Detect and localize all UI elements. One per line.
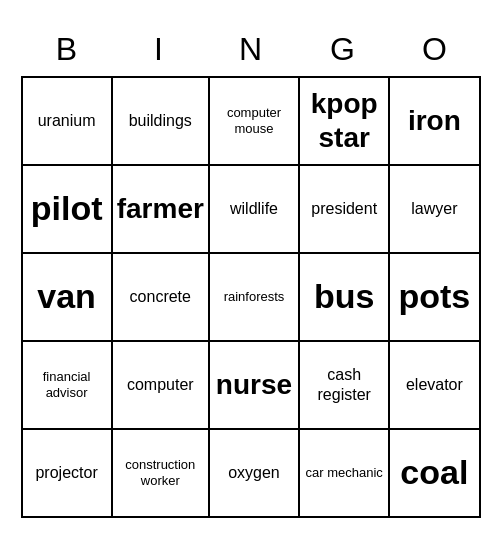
cell-text-10: van	[37, 276, 96, 317]
cell-text-9: lawyer	[411, 199, 457, 218]
bingo-cell-8[interactable]: president	[300, 166, 390, 254]
bingo-cell-2[interactable]: computer mouse	[210, 78, 300, 166]
cell-text-11: concrete	[130, 287, 191, 306]
cell-text-6: farmer	[117, 192, 204, 226]
cell-text-15: financial advisor	[27, 369, 107, 400]
bingo-cell-0[interactable]: uranium	[23, 78, 113, 166]
header-o: O	[389, 27, 481, 72]
bingo-cell-23[interactable]: car mechanic	[300, 430, 390, 518]
bingo-cell-19[interactable]: elevator	[390, 342, 480, 430]
cell-text-17: nurse	[216, 368, 292, 402]
cell-text-4: iron	[408, 104, 461, 138]
bingo-cell-16[interactable]: computer	[113, 342, 210, 430]
cell-text-8: president	[311, 199, 377, 218]
cell-text-13: bus	[314, 276, 374, 317]
bingo-cell-11[interactable]: concrete	[113, 254, 210, 342]
cell-text-21: construction worker	[117, 457, 204, 488]
bingo-header: B I N G O	[21, 27, 481, 72]
cell-text-1: buildings	[129, 111, 192, 130]
bingo-card: B I N G O uraniumbuildingscomputer mouse…	[11, 17, 491, 528]
bingo-cell-17[interactable]: nurse	[210, 342, 300, 430]
cell-text-16: computer	[127, 375, 194, 394]
header-g: G	[297, 27, 389, 72]
bingo-cell-1[interactable]: buildings	[113, 78, 210, 166]
bingo-cell-18[interactable]: cash register	[300, 342, 390, 430]
bingo-cell-10[interactable]: van	[23, 254, 113, 342]
bingo-cell-21[interactable]: construction worker	[113, 430, 210, 518]
bingo-cell-5[interactable]: pilot	[23, 166, 113, 254]
header-i: I	[113, 27, 205, 72]
cell-text-20: projector	[35, 463, 97, 482]
cell-text-12: rainforests	[224, 289, 285, 305]
header-n: N	[205, 27, 297, 72]
cell-text-5: pilot	[31, 188, 103, 229]
cell-text-0: uranium	[38, 111, 96, 130]
bingo-cell-13[interactable]: bus	[300, 254, 390, 342]
bingo-cell-15[interactable]: financial advisor	[23, 342, 113, 430]
bingo-cell-22[interactable]: oxygen	[210, 430, 300, 518]
bingo-cell-14[interactable]: pots	[390, 254, 480, 342]
bingo-cell-20[interactable]: projector	[23, 430, 113, 518]
bingo-cell-4[interactable]: iron	[390, 78, 480, 166]
cell-text-23: car mechanic	[306, 465, 383, 481]
cell-text-7: wildlife	[230, 199, 278, 218]
bingo-cell-6[interactable]: farmer	[113, 166, 210, 254]
header-b: B	[21, 27, 113, 72]
bingo-cell-7[interactable]: wildlife	[210, 166, 300, 254]
cell-text-2: computer mouse	[214, 105, 294, 136]
cell-text-18: cash register	[304, 365, 384, 403]
bingo-cell-24[interactable]: coal	[390, 430, 480, 518]
bingo-grid: uraniumbuildingscomputer mousekpop stari…	[21, 76, 481, 518]
bingo-cell-9[interactable]: lawyer	[390, 166, 480, 254]
cell-text-22: oxygen	[228, 463, 280, 482]
bingo-cell-3[interactable]: kpop star	[300, 78, 390, 166]
cell-text-3: kpop star	[304, 87, 384, 154]
cell-text-24: coal	[400, 452, 468, 493]
cell-text-14: pots	[399, 276, 471, 317]
bingo-cell-12[interactable]: rainforests	[210, 254, 300, 342]
cell-text-19: elevator	[406, 375, 463, 394]
